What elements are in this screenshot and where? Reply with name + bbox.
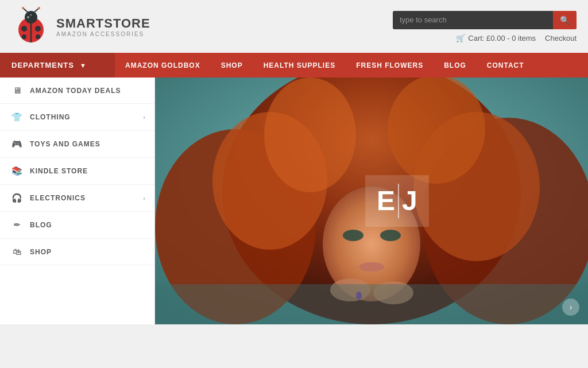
cart-checkout-area: 🛒 Cart: £0.00 - 0 items Checkout	[456, 34, 577, 42]
svg-point-5	[22, 34, 26, 39]
hero-nav-arrow[interactable]: ›	[562, 299, 579, 316]
sidebar-label: KINDLE STORE	[30, 167, 88, 175]
svg-point-8	[22, 7, 24, 9]
hero-logo-letter1: E	[377, 187, 395, 215]
svg-point-24	[359, 262, 384, 272]
svg-point-6	[36, 34, 40, 39]
logo-area: SMARTSTORE AMAZON ACCESSORIES	[11, 7, 150, 46]
chevron-right-icon: ›	[143, 114, 146, 121]
sidebar-label: SHOP	[30, 248, 52, 256]
nav-link-blog[interactable]: BLOG	[434, 53, 477, 78]
logo-text: SMARTSTORE AMAZON ACCESSORIES	[56, 16, 150, 37]
cart-icon: 🛒	[456, 34, 465, 42]
sidebar-label: CLOTHING	[30, 113, 71, 121]
sidebar-item-electronics[interactable]: 🎧 ELECTRONICS ›	[0, 185, 154, 212]
sidebar-label: AMAZON TODAY DEALS	[30, 87, 121, 95]
shop-icon: 🛍	[11, 247, 23, 257]
hero-logo-divider	[398, 184, 399, 218]
checkout-link[interactable]: Checkout	[545, 34, 577, 42]
nav-link-fresh-flowers[interactable]: FRESH FLOWERS	[346, 53, 434, 78]
departments-button[interactable]: DEPARTMENTS ▼	[0, 53, 115, 78]
svg-point-12	[30, 14, 32, 16]
header: SMARTSTORE AMAZON ACCESSORIES 🔍 🛒 Cart: …	[0, 0, 588, 53]
nav-links: AMAZON GOLDBOX SHOP HEALTH SUPPLIES FRES…	[115, 53, 535, 78]
logo-icon	[11, 7, 51, 46]
sidebar-item-clothing[interactable]: 👕 CLOTHING ›	[0, 104, 154, 131]
nav-link-amazon-goldbox[interactable]: AMAZON GOLDBOX	[115, 53, 211, 78]
search-button[interactable]: 🔍	[553, 11, 577, 29]
sidebar-label: TOYS AND GAMES	[30, 140, 100, 148]
nav-link-health-supplies[interactable]: HEALTH SUPPLIES	[253, 53, 346, 78]
monitor-icon: 🖥	[11, 86, 23, 95]
hero-canvas: E J ›	[155, 78, 588, 324]
logo-title: SMARTSTORE	[56, 16, 150, 31]
svg-point-11	[27, 16, 29, 18]
svg-point-10	[38, 7, 40, 9]
cart-link[interactable]: 🛒 Cart: £0.00 - 0 items	[456, 34, 536, 42]
logo-subtitle: AMAZON ACCESSORIES	[56, 31, 150, 37]
tshirt-icon: 👕	[11, 112, 23, 122]
headphones-icon: 🎧	[11, 193, 23, 203]
svg-point-23	[380, 230, 401, 241]
svg-point-19	[264, 78, 356, 192]
svg-point-20	[388, 78, 485, 184]
svg-point-4	[35, 26, 41, 32]
svg-rect-28	[155, 284, 588, 324]
cart-text: Cart: £0.00 - 0 items	[468, 34, 536, 42]
sidebar: 🖥 AMAZON TODAY DEALS 👕 CLOTHING › 🎮 TOYS…	[0, 78, 155, 324]
gamepad-icon: 🎮	[11, 139, 23, 149]
main-layout: 🖥 AMAZON TODAY DEALS 👕 CLOTHING › 🎮 TOYS…	[0, 78, 588, 324]
svg-point-3	[21, 26, 27, 32]
svg-point-22	[343, 230, 363, 241]
sidebar-label: BLOG	[30, 221, 52, 229]
chevron-right-icon: ›	[143, 195, 146, 202]
hero-logo-box: E J	[365, 175, 429, 227]
sidebar-item-kindle-store[interactable]: 📚 KINDLE STORE	[0, 158, 154, 185]
nav-link-shop[interactable]: SHOP	[211, 53, 253, 78]
departments-label: DEPARTMENTS	[11, 61, 74, 69]
hero-logo-letter2: J	[402, 187, 417, 215]
sidebar-item-toys-and-games[interactable]: 🎮 TOYS AND GAMES	[0, 131, 154, 158]
search-input[interactable]	[393, 11, 553, 29]
nav-link-contact[interactable]: CONTACT	[477, 53, 535, 78]
sidebar-item-blog[interactable]: ✒ BLOG	[0, 212, 154, 239]
nav-bar: DEPARTMENTS ▼ AMAZON GOLDBOX SHOP HEALTH…	[0, 53, 588, 78]
departments-chevron-icon: ▼	[80, 62, 87, 69]
sidebar-item-shop[interactable]: 🛍 SHOP	[0, 239, 154, 265]
sidebar-item-amazon-today-deals[interactable]: 🖥 AMAZON TODAY DEALS	[0, 78, 154, 104]
search-bar: 🔍	[393, 11, 577, 29]
pen-icon: ✒	[11, 220, 23, 230]
kindle-icon: 📚	[11, 166, 23, 176]
header-right: 🔍 🛒 Cart: £0.00 - 0 items Checkout	[393, 11, 577, 42]
hero-area: E J ›	[155, 78, 588, 324]
sidebar-label: ELECTRONICS	[30, 194, 86, 202]
